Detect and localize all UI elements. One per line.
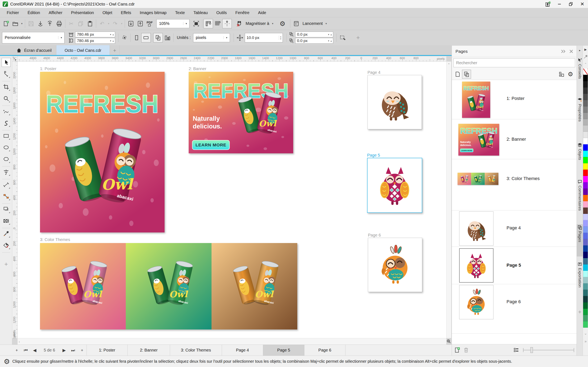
palette-swatch[interactable] bbox=[583, 106, 588, 113]
palette-swatch[interactable] bbox=[583, 302, 588, 309]
launch-dropdown[interactable]: ▾ bbox=[324, 22, 328, 25]
fullscreen-preview-button[interactable] bbox=[191, 19, 201, 28]
menu-item[interactable]: Afficher bbox=[44, 8, 67, 17]
pages-search-input[interactable] bbox=[453, 58, 575, 67]
palette-swatch[interactable] bbox=[583, 245, 588, 252]
palette-swatch[interactable] bbox=[583, 290, 588, 296]
palette-swatch[interactable] bbox=[583, 271, 588, 277]
menu-item[interactable]: Édition bbox=[23, 8, 44, 17]
palette-swatch[interactable] bbox=[583, 284, 588, 290]
palette-scroll-up-icon[interactable]: ⌃ bbox=[583, 62, 588, 66]
zoom-tool[interactable] bbox=[2, 94, 11, 103]
palette-swatch[interactable] bbox=[583, 170, 588, 176]
palette-swatch[interactable] bbox=[583, 182, 588, 189]
polygon-tool[interactable] bbox=[2, 155, 11, 164]
page4-canvas[interactable] bbox=[367, 75, 422, 129]
launch-button[interactable]: Lancement bbox=[301, 19, 324, 28]
units-select[interactable]: pixels ▾ bbox=[193, 33, 230, 42]
page-row-4[interactable]: Page 4 bbox=[452, 210, 577, 247]
docker-close-icon[interactable] bbox=[569, 49, 573, 53]
redo-button[interactable]: ↷ bbox=[111, 19, 120, 28]
menu-item[interactable]: Aide bbox=[254, 8, 270, 17]
save-button[interactable] bbox=[26, 19, 36, 28]
portrait-button[interactable] bbox=[132, 33, 141, 42]
undo-button[interactable]: ↶ bbox=[97, 19, 107, 28]
palette-swatch[interactable] bbox=[583, 68, 588, 75]
palette-swatch[interactable] bbox=[583, 195, 588, 201]
scroll-up-icon[interactable]: ⌃ bbox=[447, 62, 451, 67]
ellipse-tool[interactable] bbox=[2, 143, 11, 152]
banner-artboard[interactable]: REFRESH Naturally delicious. LEARN MORE bbox=[189, 72, 293, 153]
interactive-fill-tool[interactable] bbox=[2, 241, 11, 250]
close-button[interactable]: ✕ bbox=[577, 0, 588, 8]
vertical-scrollbar[interactable]: ⌃ ⌄ bbox=[446, 62, 451, 338]
palette-swatch[interactable] bbox=[583, 94, 588, 100]
palette-swatch[interactable] bbox=[583, 264, 588, 271]
add-page-after-button[interactable]: + bbox=[78, 345, 86, 356]
palette-swatch[interactable] bbox=[583, 315, 588, 321]
palette-swatch[interactable] bbox=[583, 239, 588, 245]
landscape-button[interactable] bbox=[141, 33, 151, 42]
docker-collapse-icon[interactable] bbox=[560, 49, 566, 53]
text-tool[interactable] bbox=[2, 167, 11, 176]
rulers-toggle[interactable] bbox=[204, 19, 213, 28]
minimize-button[interactable] bbox=[554, 0, 565, 8]
import-button[interactable] bbox=[126, 19, 136, 28]
docker-tab-pages[interactable]: Pages bbox=[577, 224, 583, 257]
grid-toggle[interactable] bbox=[213, 19, 222, 28]
options-button[interactable]: ⚙ bbox=[278, 19, 287, 28]
palette-swatch[interactable] bbox=[583, 176, 588, 182]
publish-pdf-button[interactable]: PDF bbox=[145, 19, 154, 28]
next-page-button[interactable]: ▶ bbox=[60, 345, 69, 356]
palette-swatch[interactable] bbox=[583, 258, 588, 264]
palette-swatch[interactable] bbox=[583, 87, 588, 94]
menu-item[interactable]: Texte bbox=[171, 8, 189, 17]
duplicate-x-field[interactable]: 0.0 px▾ ▴ bbox=[295, 32, 333, 37]
delete-page-button[interactable] bbox=[462, 346, 471, 355]
palette-expand-icon[interactable]: » bbox=[583, 339, 588, 343]
palette-swatch[interactable] bbox=[583, 277, 588, 284]
width-spinner[interactable]: ▾ ▴ bbox=[109, 33, 115, 36]
page5-canvas[interactable] bbox=[367, 158, 422, 213]
menu-item[interactable]: Outils bbox=[212, 8, 231, 17]
palette-swatch[interactable] bbox=[583, 214, 588, 220]
freehand-tool[interactable] bbox=[2, 107, 11, 116]
palette-swatch[interactable] bbox=[583, 296, 588, 302]
open-button[interactable] bbox=[11, 19, 20, 28]
page-tab-themes[interactable]: 3: Color Themes bbox=[170, 345, 222, 356]
page-row-themes[interactable]: 3: Color Themes bbox=[452, 159, 577, 210]
treat-as-filled-button[interactable] bbox=[338, 33, 347, 42]
page-angle-button[interactable] bbox=[120, 33, 129, 42]
menu-item[interactable]: Fenêtre bbox=[231, 8, 254, 17]
palette-swatch[interactable] bbox=[583, 119, 588, 125]
palette-swatch[interactable] bbox=[583, 201, 588, 208]
shape-tool[interactable] bbox=[2, 69, 11, 78]
page-preset-select[interactable]: Personnalisée ▾ bbox=[2, 32, 65, 43]
docker-tab-commentaires[interactable]: Commentaires bbox=[577, 179, 583, 211]
connector-tool[interactable] bbox=[2, 192, 11, 201]
palette-swatch[interactable] bbox=[583, 81, 588, 87]
transparency-tool[interactable] bbox=[2, 216, 11, 225]
duplicate-y-field[interactable]: 0.0 px▾ ▴ bbox=[295, 38, 333, 44]
palette-swatch[interactable] bbox=[583, 208, 588, 214]
horizontal-scrollbar[interactable]: ‹ › bbox=[17, 338, 446, 345]
menu-item[interactable]: Tableau bbox=[189, 8, 212, 17]
current-page-size-button[interactable] bbox=[153, 33, 163, 42]
palette-swatch[interactable] bbox=[583, 157, 588, 163]
page-tab-5[interactable]: Page 5 bbox=[263, 345, 304, 356]
tab-home[interactable]: Écran d'accueil bbox=[12, 45, 56, 55]
docker-tab-add[interactable]: + bbox=[577, 308, 583, 315]
palette-flyout-icon[interactable]: ▶ bbox=[583, 48, 588, 51]
palette-swatch[interactable] bbox=[583, 100, 588, 106]
palette-swatch[interactable] bbox=[583, 233, 588, 239]
docker-tab-objets[interactable]: Objets bbox=[577, 142, 583, 160]
upload-button[interactable] bbox=[45, 19, 54, 28]
propbar-add-button[interactable]: + bbox=[354, 33, 363, 42]
all-pages-size-button[interactable] bbox=[163, 33, 172, 42]
snap-to-button[interactable]: Magnétiser à bbox=[244, 19, 271, 28]
page-width-field[interactable]: 780.46 px▾ ▴ bbox=[75, 32, 115, 37]
thumbnail-options-button[interactable] bbox=[557, 70, 566, 79]
palette-swatch[interactable] bbox=[583, 151, 588, 157]
new-tab-button[interactable]: + bbox=[110, 45, 120, 55]
download-button[interactable] bbox=[36, 19, 45, 28]
